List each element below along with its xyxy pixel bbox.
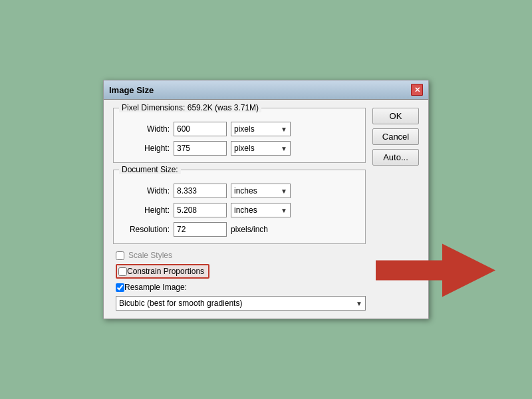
doc-height-dropdown[interactable]: inches ▼: [231, 203, 291, 217]
resample-image-label: Resample Image:: [124, 283, 187, 292]
scale-styles-row: Scale Styles: [113, 251, 366, 260]
left-panel: Pixel Dimensions: 659.2K (was 3.71M) Wid…: [113, 108, 366, 311]
doc-height-unit: inches ▼: [231, 203, 291, 217]
pixel-width-input[interactable]: [174, 122, 227, 136]
doc-width-label: Width:: [120, 186, 174, 196]
doc-width-unit: inches ▼: [231, 184, 291, 198]
dropdown-arrow-icon: ▼: [281, 188, 287, 195]
doc-width-row: Width: inches ▼: [120, 184, 358, 198]
image-size-dialog: Image Size ✕ Pixel Dimensions: 659.2K (w…: [103, 80, 429, 319]
constrain-proportions-checkbox[interactable]: [118, 267, 127, 276]
resolution-label: Resolution:: [120, 225, 174, 234]
document-size-label: Document Size:: [119, 165, 181, 174]
dialog-title: Image Size: [109, 85, 154, 95]
doc-height-label: Height:: [120, 205, 174, 215]
dropdown-arrow-icon: ▼: [281, 126, 287, 133]
resample-image-row: Resample Image:: [113, 283, 366, 292]
pixel-height-unit: pixels ▼: [231, 141, 291, 156]
doc-width-dropdown[interactable]: inches ▼: [231, 184, 291, 198]
auto-button[interactable]: Auto...: [372, 149, 419, 166]
scale-styles-label: Scale Styles: [128, 251, 172, 260]
cancel-button[interactable]: Cancel: [372, 128, 419, 145]
pixel-dimensions-section: Pixel Dimensions: 659.2K (was 3.71M) Wid…: [113, 108, 366, 163]
close-button[interactable]: ✕: [411, 84, 423, 96]
pixel-height-input[interactable]: [174, 141, 227, 156]
ok-button[interactable]: OK: [372, 108, 419, 124]
doc-height-input[interactable]: [174, 203, 227, 217]
pixel-dimensions-label: Pixel Dimensions: 659.2K (was 3.71M): [119, 103, 261, 112]
pixel-width-dropdown[interactable]: pixels ▼: [231, 122, 291, 136]
dropdown-arrow-icon: ▼: [281, 145, 287, 152]
constrain-highlight-box: Constrain Proportions: [116, 264, 209, 279]
pixel-height-row: Height: pixels ▼: [120, 141, 358, 156]
resolution-input[interactable]: [174, 222, 227, 237]
scale-styles-checkbox[interactable]: [116, 251, 124, 260]
dropdown-arrow-icon: ▼: [356, 300, 362, 307]
pixel-width-unit: pixels ▼: [231, 122, 291, 136]
pixel-width-row: Width: pixels ▼: [120, 122, 358, 136]
pixel-width-label: Width:: [120, 124, 174, 134]
pixel-height-dropdown[interactable]: pixels ▼: [231, 141, 291, 156]
title-bar: Image Size ✕: [104, 80, 428, 100]
pixel-height-label: Height:: [120, 144, 174, 153]
right-panel: OK Cancel Auto...: [372, 108, 419, 311]
resample-image-checkbox[interactable]: [116, 283, 124, 292]
doc-height-row: Height: inches ▼: [120, 203, 358, 217]
resolution-unit: pixels/inch: [231, 225, 268, 234]
resample-dropdown-row: Bicubic (best for smooth gradients) ▼: [113, 296, 366, 311]
constrain-proportions-label: Constrain Proportions: [127, 267, 204, 276]
constrain-proportions-wrapper: Constrain Proportions: [113, 264, 366, 279]
doc-width-input[interactable]: [174, 184, 227, 198]
document-size-section: Document Size: Width: inches ▼ Height:: [113, 170, 366, 244]
dialog-body: Pixel Dimensions: 659.2K (was 3.71M) Wid…: [104, 100, 428, 319]
resolution-row: Resolution: pixels/inch: [120, 222, 358, 237]
resample-method-dropdown[interactable]: Bicubic (best for smooth gradients) ▼: [116, 296, 366, 311]
dropdown-arrow-icon: ▼: [281, 207, 287, 214]
